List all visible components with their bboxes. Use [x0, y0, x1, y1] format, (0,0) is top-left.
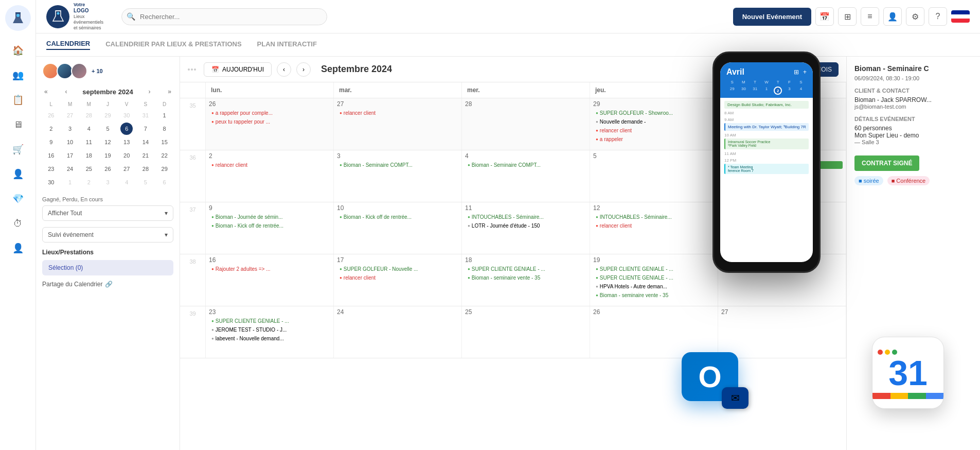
cal-cell-2[interactable]: 2 relancer client: [206, 150, 334, 202]
mini-day-30[interactable]: 30: [120, 109, 133, 122]
cal-cell-16[interactable]: 16 Rajouter 2 adultes => ...: [206, 254, 334, 306]
cal-cell-10[interactable]: 10 Bioman - Kick off de rentrée...: [334, 202, 462, 254]
cal-cell-13[interactable]: 13: [718, 202, 846, 254]
settings-btn[interactable]: ⚙: [906, 7, 924, 26]
sidebar-item-diamond[interactable]: 💎: [8, 188, 28, 209]
mini-cal-next[interactable]: ›: [146, 87, 152, 96]
today-button[interactable]: 📅 AUJOURD'HUI: [204, 62, 272, 77]
cal-cell-25[interactable]: 25: [462, 306, 590, 358]
mini-day-9[interactable]: 9: [45, 136, 57, 148]
event-super-cliente-19b[interactable]: SUPER CLIENTE GENIALE - ...: [593, 274, 715, 282]
mini-day-2b[interactable]: 2: [83, 176, 95, 188]
event-relancer-12[interactable]: relancer client: [593, 222, 715, 230]
event-a-rappeler[interactable]: a rappeler: [593, 135, 715, 143]
cal-cell-20[interactable]: 20 HPVA Hotels - Autre deman...: [718, 254, 846, 306]
sidebar-item-clock[interactable]: ⏱: [8, 213, 28, 234]
view-jour-btn[interactable]: JOUR: [736, 62, 767, 77]
cal-cell-19[interactable]: 19 SUPER CLIENTE GENIALE - ... SUPER CLI…: [590, 254, 718, 306]
cal-cell-18[interactable]: 18 SUPER CLIENTE GENIALE - ... Bioman - …: [462, 254, 590, 306]
event-relancer-17[interactable]: relancer client: [337, 274, 458, 282]
mini-day-5b[interactable]: 5: [139, 176, 152, 188]
new-event-button[interactable]: Nouvel Evénement: [733, 8, 811, 26]
event-super-cliente-23[interactable]: SUPER CLIENTE GENIALE - ...: [209, 317, 330, 325]
sidebar-item-home[interactable]: 🏠: [8, 40, 28, 61]
event-peux-rappeler[interactable]: peux tu rappeler pour ...: [209, 118, 330, 126]
event-nouvelle-demande[interactable]: Nouvelle demande -: [593, 118, 715, 126]
mini-day-26b[interactable]: 26: [101, 163, 114, 175]
event-relancer-27[interactable]: relancer client: [337, 109, 458, 117]
cal-cell-3[interactable]: 3 Bioman - Seminaire COMPT...: [334, 150, 462, 202]
event-intouchables-12[interactable]: INTOUCHABLES - Séminaire...: [593, 213, 715, 221]
language-btn[interactable]: [951, 10, 970, 23]
event-intouchables-11[interactable]: INTOUCHABLES - Séminaire...: [465, 213, 586, 221]
event-super-golfeur-29[interactable]: SUPER GOLFEUR - Showroo...: [593, 109, 715, 117]
sidebar-item-bookmark[interactable]: 📋: [8, 90, 28, 110]
mini-day-2[interactable]: 2: [45, 123, 57, 135]
mini-day-16[interactable]: 16: [45, 149, 57, 162]
help-btn[interactable]: ?: [929, 7, 947, 26]
cal-cell-6[interactable]: 6 Bioman - Seminaire COMPT...: [718, 150, 846, 202]
event-lotr[interactable]: LOTR - Journée d'étude - 150: [465, 222, 586, 230]
mini-day-6-today[interactable]: 6: [120, 123, 133, 135]
mini-day-4[interactable]: 4: [83, 123, 95, 135]
mini-day-22[interactable]: 22: [158, 149, 171, 162]
share-link[interactable]: Partage du Calendrier 🔗: [42, 281, 173, 288]
mini-day-21[interactable]: 21: [139, 149, 152, 162]
step-select[interactable]: Suivi événement ▾: [42, 227, 173, 243]
mini-day-3b[interactable]: 3: [101, 176, 114, 188]
mini-day-27b[interactable]: 27: [120, 163, 133, 175]
table-view-btn[interactable]: ≡: [861, 7, 879, 26]
cal-cell-26b[interactable]: 26: [590, 306, 718, 358]
mini-day-8[interactable]: 8: [158, 123, 171, 135]
cal-cell-27[interactable]: 27: [718, 306, 846, 358]
cal-cell-24[interactable]: 24: [334, 306, 462, 358]
event-relancer-2[interactable]: relancer client: [209, 161, 330, 169]
cal-cell-17[interactable]: 17 SUPER GOLFEUR - Nouvelle ... relancer…: [334, 254, 462, 306]
mini-day-13[interactable]: 13: [120, 136, 133, 148]
event-bioman-vente-18[interactable]: Bioman - seminaire vente - 35: [465, 274, 586, 282]
contrat-signe-button[interactable]: CONTRAT SIGNÉ: [854, 155, 919, 171]
mini-day-5[interactable]: 5: [101, 123, 114, 135]
event-labevent[interactable]: labevent - Nouvelle demand...: [209, 335, 330, 342]
mini-day-17[interactable]: 17: [64, 149, 76, 162]
tab-plan[interactable]: PLAN INTERACTIF: [257, 40, 317, 49]
view-semaine-btn[interactable]: SEMAINE: [767, 62, 808, 77]
event-bioman-journee[interactable]: Bioman - Journée de sémin...: [209, 213, 330, 221]
mini-day-23[interactable]: 23: [45, 163, 57, 175]
mini-day-28b[interactable]: 28: [139, 163, 152, 175]
sidebar-item-group[interactable]: 👤: [8, 164, 28, 184]
mini-day-6b[interactable]: 6: [158, 176, 171, 188]
mini-cal-next-next[interactable]: »: [166, 87, 173, 96]
mini-day-29[interactable]: 29: [101, 109, 114, 122]
event-bioman-kickoff-9[interactable]: Bioman - Kick off de rentrée...: [209, 222, 330, 230]
cal-cell-30[interactable]: 30 SUPER GOLFEUR - Showroo...: [718, 98, 846, 150]
event-bioman-4[interactable]: Bioman - Seminaire COMPT...: [465, 161, 586, 169]
event-hpva-20[interactable]: HPVA Hotels - Autre deman...: [721, 265, 843, 273]
calendar-view-btn[interactable]: 📅: [815, 7, 834, 26]
cal-cell-26[interactable]: 26 a rappeler pour comple... peux tu rap…: [206, 98, 334, 150]
event-super-golfeur-30[interactable]: SUPER GOLFEUR - Showroo...: [721, 109, 843, 117]
next-month-btn[interactable]: ›: [296, 62, 311, 77]
mini-day-19[interactable]: 19: [101, 149, 114, 162]
cal-cell-4[interactable]: 4 Bioman - Seminaire COMPT...: [462, 150, 590, 202]
event-bioman-vente-19[interactable]: Bioman - seminaire vente - 35: [593, 291, 715, 299]
mini-day-25[interactable]: 25: [83, 163, 95, 175]
event-relancer-29[interactable]: relancer client: [593, 127, 715, 134]
event-super-cliente-18[interactable]: SUPER CLIENTE GENIALE - ...: [465, 265, 586, 273]
user-btn[interactable]: 👤: [883, 7, 902, 26]
mini-day-15[interactable]: 15: [158, 136, 171, 148]
event-rappeler-comple[interactable]: a rappeler pour comple...: [209, 109, 330, 117]
mini-day-1b[interactable]: 1: [64, 176, 76, 188]
tab-cal-lieux[interactable]: CALENDRIER PAR LIEUX & PRESTATIONS: [105, 40, 241, 49]
event-rajouter[interactable]: Rajouter 2 adultes => ...: [209, 265, 330, 273]
search-input[interactable]: [121, 8, 327, 25]
event-bioman-kickoff-10[interactable]: Bioman - Kick off de rentrée...: [337, 213, 458, 221]
mini-day-29b[interactable]: 29: [158, 163, 171, 175]
cal-cell-11[interactable]: 11 INTOUCHABLES - Séminaire... LOTR - Jo…: [462, 202, 590, 254]
event-bioman-6-highlight[interactable]: Bioman - Seminaire COMPT...: [721, 161, 843, 169]
view-mois-btn[interactable]: MOIS: [809, 62, 839, 77]
mini-day-3[interactable]: 3: [64, 123, 76, 135]
mini-cal-prev[interactable]: ‹: [63, 87, 69, 96]
grid-view-btn[interactable]: ⊞: [838, 7, 857, 26]
event-super-cliente-19a[interactable]: SUPER CLIENTE GENIALE - ...: [593, 265, 715, 273]
